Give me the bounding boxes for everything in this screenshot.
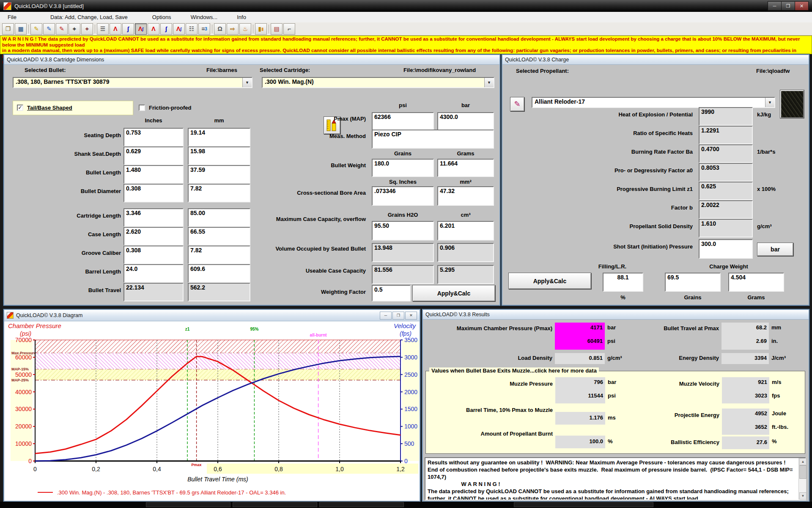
ballistic-efficiency-label: Ballistic Efficiency [618,439,719,445]
muzzle-values-group-title[interactable]: Values when Bullet Base Exits Muzzle...c… [429,367,599,374]
ratio-specific-heats-field[interactable]: 1.2291 [699,126,753,144]
bullet-travel-in-field[interactable]: 22.134 [123,283,184,301]
bar-unit-button[interactable]: bar [757,243,793,256]
menu-file[interactable]: File [3,13,21,22]
barrel-length-in-field[interactable]: 24.0 [123,264,184,283]
diagram-close-button[interactable]: ✕ [405,312,417,320]
pressure-velocity-curves-button[interactable]: Λ∫ [135,23,147,35]
edit-propellant-data-button[interactable]: ✎ [56,23,68,35]
charge-apply-calc-button[interactable]: Apply&Calc [508,273,591,289]
burning-rate-factor-field[interactable]: 0.4700 [699,144,753,163]
edit-propellant-button[interactable]: ✎ [510,97,524,111]
charge-weight-grains-field[interactable]: 69.5 [665,273,721,292]
maximize-button[interactable]: ❐ [781,1,795,11]
close-button[interactable]: ✕ [795,1,809,11]
taskbar-item[interactable] [319,502,404,507]
diagram-restore-button[interactable]: ❐ [392,312,404,320]
menu-data[interactable]: Data: Add, Change, Load, Save [46,13,132,22]
propellant-select[interactable]: Alliant Reloder-17 ▼ [532,97,775,108]
tail-base-checkbox[interactable] [17,105,23,111]
bullet-diameter-in-field[interactable]: 0.308 [123,184,184,202]
case-length-in-field[interactable]: 2.620 [123,227,184,246]
edit-cartridge-data-button[interactable]: ✎ [43,23,55,35]
scroll-thumb[interactable] [799,465,807,479]
result-table-button[interactable]: ☰ [97,23,109,35]
menu-options[interactable]: Options [148,13,176,22]
filling-lr-field[interactable]: 88.1 [603,273,643,292]
seating-depth-in-field[interactable]: 0.753 [123,128,184,146]
cartridge-length-in-field[interactable]: 3.346 [123,208,184,227]
pressure-travel-curve-button[interactable]: Λ [148,23,159,35]
muzzle-pressure-bar-unit: bar [608,379,616,385]
groove-caliber-in-field[interactable]: 0.308 [123,246,184,264]
scroll-up-icon[interactable]: ▲ [799,458,807,465]
row-label-cartridge-length: Cartridge Length [4,213,121,219]
powder-balance-button[interactable]: Ω [214,23,226,35]
cartridge-select-arrow-icon[interactable]: ▼ [484,78,494,87]
meas-method-field[interactable]: Piezo CIP [372,130,494,149]
search-bullet-button[interactable]: ⌖ [69,23,80,35]
export-data-button[interactable]: ⇨ [227,23,239,35]
minimize-button[interactable]: ─ [768,1,782,11]
max-capacity-grains-field[interactable]: 95.50 [372,221,434,240]
degressivity-factor-field[interactable]: 0.8053 [699,163,753,182]
notes-scrollbar[interactable]: ▲ ▼ [798,458,806,500]
volume-occupied-cm3-field[interactable]: 0.906 [437,243,494,262]
useable-capacity-cm3-field[interactable]: 5.295 [437,265,494,284]
numbered-table-button[interactable]: ≡3 [198,23,210,35]
progressive-burning-limit-field[interactable]: 0.625 [699,182,753,200]
bullet-weight-grains-field[interactable]: 180.0 [372,159,434,177]
shot-start-pressure-field[interactable]: 300.0 [699,239,753,259]
max-capacity-cm3-field[interactable]: 6.201 [437,221,494,240]
open-file-button[interactable]: ❐ [2,23,14,35]
cartridge-comparison-button[interactable]: ▮▮ [255,23,267,35]
search-cartridge-button[interactable]: ⌖ [81,23,93,35]
powder-flask-button[interactable]: ♨ [239,23,251,35]
bullet-select-arrow-icon[interactable]: ▼ [242,78,252,87]
energy-density-label: Energy Density [617,355,719,361]
pmax-bar-field[interactable]: 4300.0 [437,112,494,130]
gun-button[interactable]: ⌐ [283,23,295,35]
case-length-mm-field[interactable]: 66.55 [188,227,250,246]
tail-base-label[interactable]: Tail/Base Shaped [27,105,72,111]
friction-proofed-label[interactable]: Friction-proofed [149,105,191,111]
save-file-button[interactable]: ▦ [15,23,27,35]
useable-capacity-grains-field[interactable]: 81.556 [372,265,434,284]
menu-info[interactable]: Info [233,13,250,22]
results-notes[interactable]: Results without any guarantee on usabili… [425,457,806,500]
bore-area-sqin-field[interactable]: .073346 [372,186,434,206]
pmax-psi-field[interactable]: 62366 [372,112,434,130]
velocity-travel-curve-button[interactable]: ∫ [160,23,172,35]
bore-area-mm2-field[interactable]: 47.32 [437,186,494,206]
pressure-curve-button[interactable]: Λ [110,23,121,35]
volume-occupied-grains-field[interactable]: 13.948 [372,243,434,262]
combined-travel-curves-button[interactable]: Λ∫ [173,23,185,35]
scroll-down-icon[interactable]: ▼ [799,492,807,500]
menu-windows[interactable]: Windows... [187,13,222,22]
charge-weight-grams-field[interactable]: 4.504 [728,273,784,292]
bullet-weight-grams-field[interactable]: 11.664 [437,159,494,177]
shank-seat-in-field[interactable]: 0.629 [123,146,184,165]
cartridge-apply-calc-button[interactable]: Apply&Calc [412,285,495,301]
propellant-image-button[interactable] [780,90,804,118]
barrel-time-box: 1.176 [555,412,605,425]
taskbar-item[interactable] [233,502,317,507]
progressive-burning-limit-unit: x 100% [757,186,776,192]
taskbar-item[interactable] [514,502,653,507]
bullet-length-in-field[interactable]: 1.480 [123,165,184,184]
cartridge-select[interactable]: .300 Win. Mag.(N) ▼ [262,77,494,88]
friction-proofed-checkbox[interactable] [139,105,145,111]
bullet-travel-in-unit: in. [771,338,778,344]
cartridge-box-button[interactable]: ▤ [271,23,283,35]
heat-of-explosion-field[interactable]: 3990 [699,107,753,126]
solid-density-field[interactable]: 1.610 [699,219,753,237]
edit-bullet-data-button[interactable]: ✎ [30,23,42,35]
bullet-select[interactable]: .308, 180, Barnes 'TTSX'BT 30879 ▼ [13,77,252,88]
weighting-factor-field[interactable]: 0.5 [372,285,411,301]
propellant-select-arrow-icon[interactable]: ▼ [765,98,774,107]
taskbar-item[interactable] [146,502,230,507]
factor-b-field[interactable]: 2.0022 [699,200,753,219]
data-table-button[interactable]: ☷ [186,23,198,35]
velocity-curve-button[interactable]: ∫ [122,23,134,35]
diagram-minimize-button[interactable]: ─ [380,312,392,320]
